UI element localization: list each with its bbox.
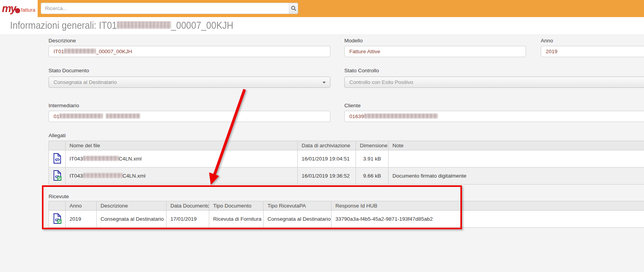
- magnifier-icon: [291, 5, 297, 11]
- anno-label: Anno: [541, 38, 553, 44]
- descrizione-cell: Consegnata al Destinatario: [97, 211, 167, 228]
- ricevute-col-response-id: Response Id HUB: [332, 201, 644, 211]
- allegati-section-label: Allegati: [49, 133, 66, 138]
- allegati-table: Nome del file Data di archiviazione Dime…: [49, 141, 644, 185]
- ricevute-col-tipo-documento: Tipo Documento: [209, 201, 264, 211]
- redacted-segment: [83, 173, 123, 178]
- stato-controllo-label: Stato Controllo: [344, 68, 379, 73]
- redacted-segment: [364, 113, 438, 119]
- ricevute-col-tipo-ricevutapa: Tipo RicevutaPA: [264, 201, 332, 211]
- table-row: IT043C4LN.xml 16/01/2019 19:36:52 9.66 k…: [49, 167, 644, 185]
- xml-file-icon[interactable]: [49, 150, 66, 167]
- redacted-segment: [64, 49, 96, 54]
- intermediario-label: Intermediario: [49, 103, 79, 108]
- redacted-segment: [59, 113, 103, 119]
- cliente-label: Cliente: [344, 103, 361, 108]
- table-row: IT043C4LN.xml 16/01/2019 19:04:51 3.91 k…: [49, 150, 644, 167]
- anno-cell: 2019: [66, 211, 97, 228]
- ricevute-table: Anno Descrizione Data Documento Tipo Doc…: [49, 201, 644, 228]
- app-logo[interactable]: my fattura: [0, 0, 38, 17]
- redacted-segment: [106, 113, 140, 119]
- logo-my-text: my: [2, 3, 16, 15]
- tipo-documento-cell: Ricevuta di Fornitura: [209, 211, 264, 228]
- table-row: 2019 Consegnata al Destinatario 17/01/20…: [49, 211, 644, 228]
- allegati-col-note: Note: [389, 141, 644, 150]
- ricevute-section-label: Ricevute: [49, 194, 69, 199]
- file-name-cell: IT043C4LN.xml: [66, 150, 298, 167]
- allegati-col-nome: Nome del file: [66, 141, 298, 150]
- archive-date-cell: 16/01/2019 19:36:52: [298, 167, 356, 185]
- search-button[interactable]: [289, 3, 298, 14]
- data-documento-cell: 17/01/2019: [167, 211, 209, 228]
- allegati-col-icon: [49, 141, 66, 150]
- global-search: [41, 3, 298, 14]
- logo-fattura-text: fattura: [21, 7, 35, 13]
- redacted-segment: [117, 21, 171, 29]
- allegati-header-row: Nome del file Data di archiviazione Dime…: [49, 141, 644, 150]
- allegati-col-dimensione: Dimensione: [356, 141, 389, 150]
- stato-documento-select[interactable]: Consegnata al Destinatario: [49, 77, 330, 88]
- ricevute-col-anno: Anno: [66, 201, 97, 211]
- anno-field[interactable]: 2019: [541, 46, 644, 57]
- ricevute-col-data-documento: Data Documento: [167, 201, 209, 211]
- descrizione-label: Descrizione: [49, 38, 76, 44]
- modello-label: Modello: [344, 38, 363, 44]
- response-id-hub-cell: 33790a3a-f4b5-45a2-9871-193f47d85ab2: [332, 211, 644, 228]
- search-input[interactable]: [41, 3, 289, 14]
- modello-field[interactable]: Fatture Attive: [344, 46, 526, 57]
- stato-controllo-select[interactable]: Controllo con Esito Positivo: [344, 77, 644, 88]
- ricevute-header-row: Anno Descrizione Data Documento Tipo Doc…: [49, 201, 644, 211]
- tipo-ricevutapa-cell: Consegnata al Destinatario: [264, 211, 332, 228]
- note-cell: Documento firmato digitalmente: [389, 167, 644, 185]
- note-cell: [389, 150, 644, 167]
- archive-date-cell: 16/01/2019 19:04:51: [298, 150, 356, 167]
- stato-documento-label: Stato Documento: [49, 68, 89, 73]
- cliente-field[interactable]: 01639: [344, 111, 644, 122]
- ricevute-col-icon: [49, 201, 66, 211]
- page-title-suffix: _00007_00KJH: [171, 20, 233, 31]
- file-name-cell: IT043C4LN.xml: [66, 167, 298, 185]
- intermediario-field[interactable]: 01: [49, 111, 330, 122]
- size-cell: 9.66 kB: [356, 167, 389, 185]
- page-title-prefix: Informazioni generali: IT01: [10, 20, 117, 31]
- redacted-segment: [83, 156, 119, 161]
- allegati-col-data: Data di archiviazione: [298, 141, 356, 150]
- signed-xml-file-icon[interactable]: [49, 211, 66, 228]
- chevron-down-icon: [323, 82, 326, 84]
- page-title: Informazioni generali: IT01_00007_00KJH: [10, 20, 233, 31]
- size-cell: 3.91 kB: [356, 150, 389, 167]
- ricevute-col-descrizione: Descrizione: [97, 201, 167, 211]
- signed-xml-file-icon[interactable]: [49, 167, 66, 185]
- descrizione-field[interactable]: IT01_00007_00KJH: [49, 46, 330, 57]
